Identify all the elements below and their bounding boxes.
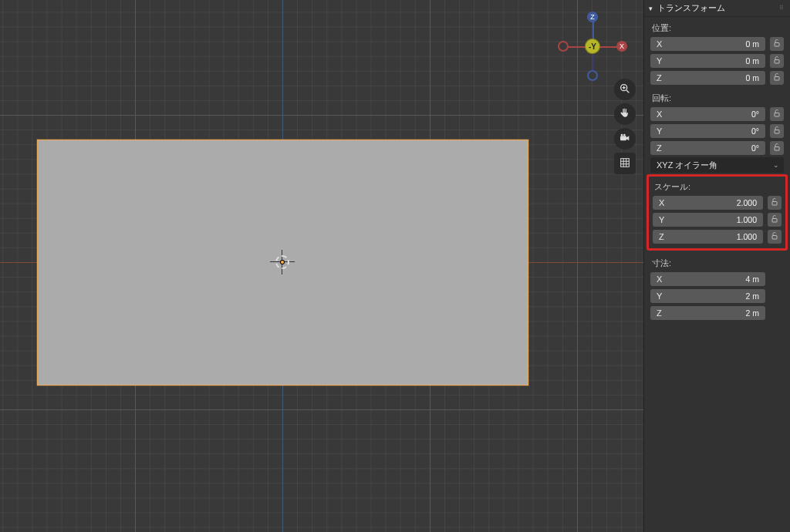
viewport-controls bbox=[614, 79, 636, 174]
axis-letter: Y bbox=[657, 56, 667, 66]
dimensions-x-field[interactable]: X 4 m bbox=[650, 272, 765, 286]
rotation-label: 回転: bbox=[644, 87, 790, 106]
unlock-icon bbox=[772, 39, 782, 49]
location-label: 位置: bbox=[644, 17, 790, 36]
location-y-lock[interactable] bbox=[770, 54, 784, 68]
rotation-z-field[interactable]: Z 0° bbox=[650, 141, 765, 155]
perspective-button[interactable] bbox=[614, 153, 636, 174]
rotation-x-field[interactable]: X 0° bbox=[650, 107, 765, 121]
scale-y-field[interactable]: Y 1.000 bbox=[653, 213, 763, 227]
field-value: 2.000 bbox=[737, 198, 757, 207]
unlock-icon bbox=[772, 56, 782, 66]
svg-rect-12 bbox=[775, 43, 779, 47]
axis-letter: X bbox=[659, 198, 670, 207]
svg-point-5 bbox=[621, 134, 623, 136]
scale-y-row: Y 1.000 bbox=[653, 212, 782, 227]
pan-button[interactable] bbox=[614, 103, 636, 125]
location-z-row: Z 0 m bbox=[650, 70, 784, 86]
unlock-icon bbox=[770, 214, 779, 225]
gizmo-z-axis[interactable]: Z bbox=[587, 12, 598, 22]
unlock-icon bbox=[772, 143, 782, 153]
transform-panel-header[interactable]: ▾ トランスフォーム ⠿ bbox=[644, 0, 790, 17]
svg-line-1 bbox=[626, 90, 629, 93]
hand-icon bbox=[619, 107, 631, 121]
svg-rect-19 bbox=[772, 219, 777, 223]
field-value: 2 m bbox=[745, 308, 759, 318]
axis-letter: Z bbox=[659, 232, 670, 241]
scale-y-lock[interactable] bbox=[768, 213, 782, 227]
field-value: 2 m bbox=[745, 291, 759, 301]
location-z-lock[interactable] bbox=[770, 71, 784, 85]
svg-rect-7 bbox=[621, 159, 630, 167]
location-y-field[interactable]: Y 0 m bbox=[650, 54, 765, 68]
field-value: 0° bbox=[751, 143, 759, 153]
svg-rect-18 bbox=[772, 202, 777, 206]
viewport-3d[interactable]: Z X -Y bbox=[0, 0, 643, 532]
svg-rect-15 bbox=[775, 113, 779, 117]
location-x-row: X 0 m bbox=[650, 36, 784, 52]
field-value: 1.000 bbox=[737, 232, 757, 241]
unlock-icon bbox=[770, 197, 779, 208]
field-value: 1.000 bbox=[737, 215, 757, 224]
dimensions-x-row: X 4 m bbox=[650, 271, 784, 287]
scale-x-row: X 2.000 bbox=[653, 195, 782, 210]
field-value: 0 m bbox=[745, 39, 759, 49]
axis-gizmo[interactable]: Z X -Y bbox=[563, 17, 622, 76]
svg-rect-17 bbox=[775, 147, 779, 151]
dimensions-label: 寸法: bbox=[644, 252, 790, 271]
rotation-z-row: Z 0° bbox=[650, 140, 784, 156]
zoom-button[interactable] bbox=[614, 79, 636, 100]
axis-letter: Y bbox=[657, 291, 667, 301]
rotation-x-row: X 0° bbox=[650, 106, 784, 122]
axis-letter: X bbox=[657, 274, 667, 284]
location-x-field[interactable]: X 0 m bbox=[650, 37, 765, 51]
rotation-y-field[interactable]: Y 0° bbox=[650, 124, 765, 138]
rotation-y-row: Y 0° bbox=[650, 123, 784, 139]
axis-letter: X bbox=[657, 109, 667, 119]
gizmo-neg-z-axis[interactable] bbox=[587, 70, 598, 81]
rotation-z-lock[interactable] bbox=[770, 141, 784, 155]
rotation-y-lock[interactable] bbox=[770, 124, 784, 138]
axis-letter: Y bbox=[659, 215, 670, 224]
dimensions-z-field[interactable]: Z 2 m bbox=[650, 306, 765, 320]
scale-label: スケール: bbox=[649, 178, 785, 195]
gizmo-neg-y-axis[interactable]: -Y bbox=[585, 39, 600, 54]
svg-point-6 bbox=[623, 134, 626, 136]
chevron-down-icon: ▾ bbox=[649, 5, 653, 12]
grid-icon bbox=[619, 157, 631, 170]
camera-button[interactable] bbox=[614, 128, 636, 150]
axis-letter: Z bbox=[657, 73, 667, 82]
scale-z-lock[interactable] bbox=[768, 230, 782, 244]
svg-rect-4 bbox=[620, 136, 626, 140]
gizmo-x-axis[interactable]: X bbox=[616, 41, 627, 52]
location-x-lock[interactable] bbox=[770, 37, 784, 51]
gizmo-neg-x-axis[interactable] bbox=[558, 41, 569, 52]
field-value: 0 m bbox=[745, 73, 759, 82]
rotation-mode-dropdown[interactable]: XYZ オイラー角 ⌄ bbox=[650, 157, 784, 173]
n-panel-sidebar: ▾ トランスフォーム ⠿ 位置: X 0 m Y 0 m Z 0 m 回転: X… bbox=[643, 0, 790, 532]
unlock-icon bbox=[772, 72, 782, 83]
camera-icon bbox=[619, 132, 631, 146]
unlock-icon bbox=[772, 126, 782, 136]
scale-x-lock[interactable] bbox=[768, 196, 782, 210]
field-value: 0° bbox=[751, 109, 759, 119]
axis-letter: X bbox=[657, 39, 667, 49]
rotation-x-lock[interactable] bbox=[770, 107, 784, 121]
scale-z-row: Z 1.000 bbox=[653, 229, 782, 244]
unlock-icon bbox=[772, 109, 782, 120]
dimensions-y-field[interactable]: Y 2 m bbox=[650, 289, 765, 303]
panel-title: トランスフォーム bbox=[657, 2, 725, 14]
axis-letter: Y bbox=[657, 126, 667, 136]
field-value: 0 m bbox=[745, 56, 759, 66]
scale-z-field[interactable]: Z 1.000 bbox=[653, 230, 763, 244]
drag-dots-icon[interactable]: ⠿ bbox=[779, 5, 785, 12]
svg-rect-16 bbox=[775, 130, 779, 134]
svg-rect-20 bbox=[772, 236, 777, 240]
dimensions-y-row: Y 2 m bbox=[650, 288, 784, 304]
axis-letter: Z bbox=[657, 308, 667, 318]
location-y-row: Y 0 m bbox=[650, 53, 784, 69]
location-z-field[interactable]: Z 0 m bbox=[650, 71, 765, 85]
svg-rect-13 bbox=[775, 60, 779, 64]
scale-x-field[interactable]: X 2.000 bbox=[653, 196, 763, 210]
chevron-down-icon: ⌄ bbox=[773, 161, 779, 169]
